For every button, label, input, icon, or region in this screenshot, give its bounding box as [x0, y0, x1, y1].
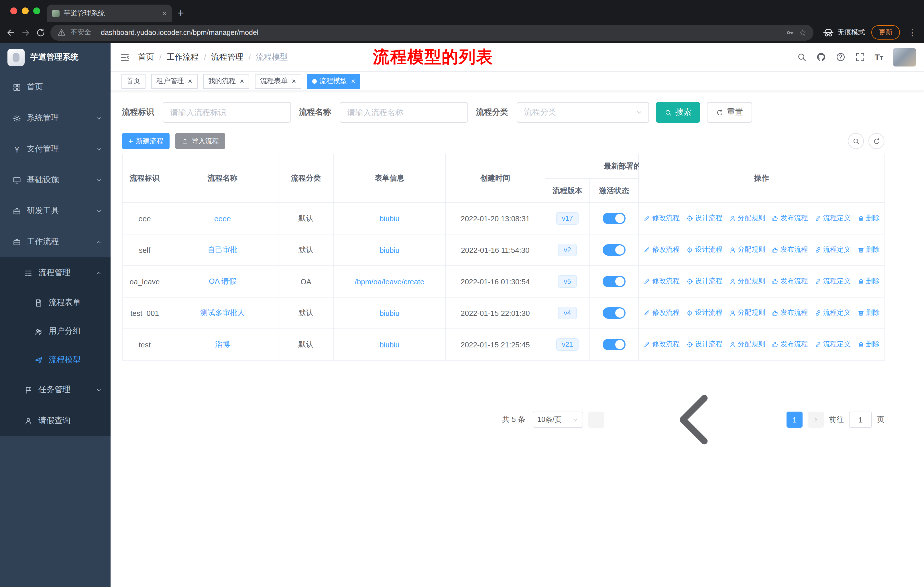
process-name-input[interactable]	[340, 102, 468, 123]
form-info-link[interactable]: /bpm/oa/leave/create	[355, 277, 424, 286]
design-process-link[interactable]: 设计流程	[686, 245, 723, 255]
reset-button[interactable]: 重置	[707, 102, 752, 123]
active-toggle[interactable]	[602, 213, 625, 224]
next-page-button[interactable]	[808, 412, 824, 428]
category-select[interactable]: 流程分类	[517, 102, 649, 123]
publish-process-link[interactable]: 发布流程	[772, 276, 808, 286]
import-process-button[interactable]: 导入流程	[175, 133, 225, 149]
sidebar-item-task-mgmt[interactable]: 任务管理	[0, 374, 111, 405]
new-tab-button[interactable]: +	[178, 7, 184, 18]
sidebar-item-process-form[interactable]: 流程表单	[0, 288, 111, 317]
assign-rules-link[interactable]: 分配规则	[729, 308, 765, 318]
window-close-button[interactable]	[10, 7, 17, 14]
process-name-link[interactable]: 自己审批	[208, 245, 238, 254]
active-toggle[interactable]	[602, 244, 625, 256]
prev-page-button[interactable]	[588, 412, 604, 428]
process-definition-link[interactable]: 流程定义	[815, 213, 851, 223]
design-process-link[interactable]: 设计流程	[686, 276, 723, 286]
process-name-link[interactable]: OA 请假	[209, 277, 236, 286]
font-size-icon[interactable]: T T	[874, 53, 883, 61]
publish-process-link[interactable]: 发布流程	[772, 245, 808, 255]
tag-my-process[interactable]: 我的流程 ×	[203, 74, 249, 89]
process-definition-link[interactable]: 流程定义	[815, 276, 851, 286]
form-info-link[interactable]: biubiu	[380, 246, 399, 254]
search-button[interactable]: 搜索	[656, 102, 700, 123]
forward-icon[interactable]	[21, 27, 31, 38]
sidebar-item-process-mgmt[interactable]: 流程管理	[0, 257, 111, 288]
sidebar-item-leave-query[interactable]: 请假查询	[0, 405, 111, 436]
breadcrumb-item[interactable]: 首页	[138, 52, 154, 62]
sidebar-item-payment-mgmt[interactable]: ¥ 支付管理	[0, 134, 111, 165]
process-name-link[interactable]: 滔博	[215, 340, 230, 349]
modify-process-link[interactable]: 修改流程	[644, 213, 680, 223]
close-icon[interactable]: ×	[292, 78, 296, 85]
process-name-link[interactable]: eeee	[214, 214, 231, 223]
process-definition-link[interactable]: 流程定义	[815, 308, 851, 318]
page-number-button[interactable]: 1	[787, 412, 803, 428]
modify-process-link[interactable]: 修改流程	[644, 276, 680, 286]
sidebar-item-process-model[interactable]: 流程模型	[0, 346, 111, 374]
close-icon[interactable]: ×	[240, 78, 244, 85]
breadcrumb-item[interactable]: 流程管理	[211, 52, 243, 62]
window-zoom-button[interactable]	[33, 7, 40, 14]
tag-home[interactable]: 首页	[121, 74, 145, 89]
form-info-link[interactable]: biubiu	[380, 309, 399, 317]
process-id-input[interactable]	[163, 102, 291, 123]
form-info-link[interactable]: biubiu	[380, 340, 399, 349]
design-process-link[interactable]: 设计流程	[686, 213, 723, 223]
user-avatar[interactable]	[893, 48, 916, 66]
window-minimize-button[interactable]	[22, 7, 29, 14]
table-search-button[interactable]	[848, 133, 864, 149]
delete-link[interactable]: 删除	[857, 213, 879, 223]
browser-menu-icon[interactable]: ⋮	[906, 27, 918, 38]
delete-link[interactable]: 删除	[857, 340, 879, 349]
publish-process-link[interactable]: 发布流程	[772, 213, 808, 223]
tag-tenant-mgmt[interactable]: 租户管理 ×	[151, 74, 197, 89]
assign-rules-link[interactable]: 分配规则	[729, 276, 765, 286]
delete-link[interactable]: 删除	[857, 276, 879, 286]
assign-rules-link[interactable]: 分配规则	[729, 340, 765, 349]
publish-process-link[interactable]: 发布流程	[772, 308, 808, 318]
browser-tab[interactable]: 芋道管理系统 ×	[47, 5, 172, 22]
sidebar-item-user-group[interactable]: 用户分组	[0, 317, 111, 346]
tab-close-icon[interactable]: ×	[162, 9, 167, 17]
github-icon[interactable]	[816, 52, 826, 62]
address-bar[interactable]: 不安全 dashboard.yudao.iocoder.cn/bpm/manag…	[50, 24, 813, 40]
assign-rules-link[interactable]: 分配规则	[729, 213, 765, 223]
design-process-link[interactable]: 设计流程	[686, 340, 723, 349]
close-icon[interactable]: ×	[351, 78, 355, 85]
modify-process-link[interactable]: 修改流程	[644, 245, 680, 255]
security-label[interactable]: 不安全	[71, 28, 91, 37]
active-toggle[interactable]	[602, 339, 625, 350]
url-text[interactable]: dashboard.yudao.iocoder.cn/bpm/manager/m…	[101, 28, 780, 36]
form-info-link[interactable]: biubiu	[380, 214, 399, 223]
help-icon[interactable]	[835, 52, 845, 62]
table-refresh-button[interactable]	[868, 133, 884, 149]
sidebar-item-dev-tools[interactable]: 研发工具	[0, 195, 111, 227]
update-button[interactable]: 更新	[871, 25, 900, 40]
sidebar-item-workflow[interactable]: 工作流程	[0, 227, 111, 257]
page-size-select[interactable]: 10条/页	[533, 412, 583, 428]
back-icon[interactable]	[6, 27, 16, 38]
active-toggle[interactable]	[602, 276, 625, 287]
publish-process-link[interactable]: 发布流程	[772, 340, 808, 349]
hamburger-icon[interactable]	[120, 52, 130, 62]
active-toggle[interactable]	[602, 307, 625, 319]
process-name-link[interactable]: 测试多审批人	[200, 308, 245, 317]
sidebar-item-system-mgmt[interactable]: 系统管理	[0, 103, 111, 134]
delete-link[interactable]: 删除	[857, 245, 879, 255]
breadcrumb-item[interactable]: 工作流程	[167, 52, 199, 62]
reload-icon[interactable]	[36, 27, 46, 38]
search-icon[interactable]	[797, 52, 806, 62]
sidebar-item-home[interactable]: 首页	[0, 72, 111, 103]
tag-process-model[interactable]: 流程模型 ×	[307, 74, 361, 89]
goto-page-input[interactable]	[849, 412, 872, 428]
process-definition-link[interactable]: 流程定义	[815, 340, 851, 349]
assign-rules-link[interactable]: 分配规则	[729, 245, 765, 255]
password-key-icon[interactable]	[785, 28, 794, 37]
tag-process-form[interactable]: 流程表单 ×	[255, 74, 301, 89]
sidebar-item-infrastructure[interactable]: 基础设施	[0, 165, 111, 195]
design-process-link[interactable]: 设计流程	[686, 308, 723, 318]
modify-process-link[interactable]: 修改流程	[644, 340, 680, 349]
delete-link[interactable]: 删除	[857, 308, 879, 318]
